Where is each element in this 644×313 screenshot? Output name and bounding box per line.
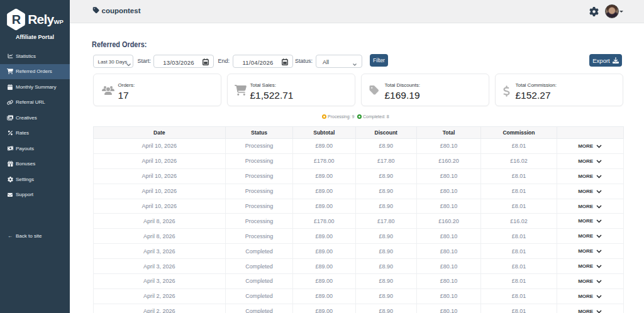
- svg-text:R: R: [12, 13, 21, 26]
